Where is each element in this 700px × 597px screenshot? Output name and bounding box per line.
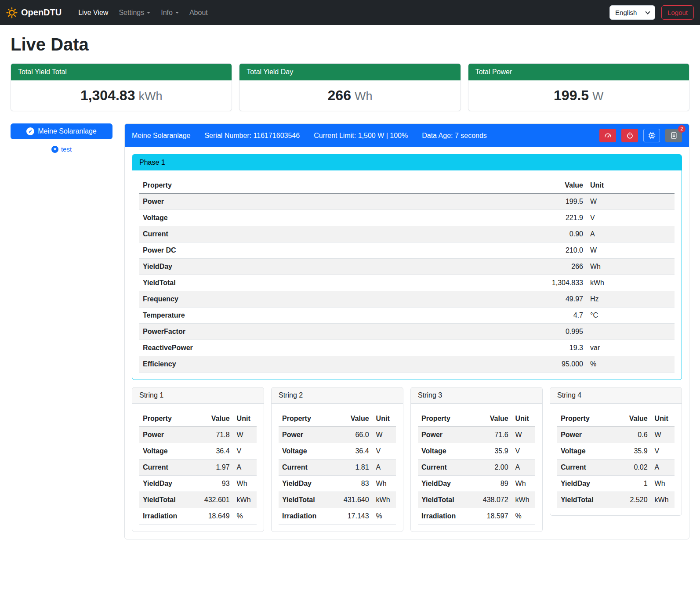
property-cell: Power [418,427,479,443]
column-value: Value [340,411,373,427]
total-yield-day-card: Total Yield Day 266Wh [239,63,461,111]
unit-cell [587,324,675,340]
chevron-down-icon [645,9,650,14]
column-property: Property [139,177,490,194]
total-yield-total-value: 1,304.83 [80,87,135,103]
column-unit: Unit [373,411,396,427]
card-title: Total Power [468,64,689,80]
unit-cell: A [587,226,675,242]
value-cell: 432.601 [200,492,233,508]
inverter-select-button[interactable]: ✓ Meine Solaranlage [11,123,112,139]
table-row: Irradiation18.597% [418,508,535,525]
unit-cell: V [651,443,675,460]
nav-live-view[interactable]: Live View [74,5,112,20]
string-2-table: Property Value Unit Power66.0WVoltage36.… [279,411,396,525]
table-row: Power DC210.0W [139,242,675,259]
string-4-title: String 4 [550,387,682,404]
unit-cell: kWh [233,492,257,508]
table-row: YieldDay266Wh [139,259,675,275]
table-row: Power71.8W [139,427,257,443]
value-cell: 0.6 [618,427,651,443]
string-2-card: String 2 Property Value Unit [271,387,403,532]
language-select[interactable]: English [609,5,655,20]
inverter-test-label: test [61,145,72,153]
inverter-list: ✓ Meine Solaranlage ✕ test [11,123,112,153]
inverter-data-age: Data Age: 7 seconds [422,132,487,140]
property-cell: Current [139,460,200,476]
value-cell: 18.597 [479,508,512,525]
column-property: Property [279,411,340,427]
device-info-button[interactable] [643,129,660,142]
value-cell: 1.81 [340,460,373,476]
column-unit: Unit [587,177,675,194]
selected-inverter-label: Meine Solaranlage [38,127,96,135]
column-property: Property [557,411,618,427]
value-cell: 35.9 [479,443,512,460]
column-unit: Unit [512,411,535,427]
table-row: YieldTotal432.601kWh [139,492,257,508]
table-row: YieldDay93Wh [139,476,257,492]
unit-cell: kWh [373,492,396,508]
table-row: Voltage221.9V [139,210,675,226]
power-button[interactable] [621,129,638,142]
total-power-unit: W [592,90,603,103]
table-row: Power0.6W [557,427,675,443]
table-row: Current1.97A [139,460,257,476]
value-cell: 93 [200,476,233,492]
chevron-down-icon [175,12,179,14]
unit-cell: % [233,508,257,525]
table-row: Current2.00A [418,460,535,476]
value-cell: 438.072 [479,492,512,508]
nav-info[interactable]: Info [156,5,183,20]
value-cell: 1.97 [200,460,233,476]
inverter-serial: Serial Number: 116171603546 [204,132,300,140]
table-row: YieldDay83Wh [279,476,396,492]
string-2-title: String 2 [272,387,403,404]
property-cell: YieldTotal [139,275,490,291]
value-cell: 0.02 [618,460,651,476]
logout-button[interactable]: Logout [661,5,694,20]
property-cell: Irradiation [139,508,200,525]
value-cell: 18.649 [200,508,233,525]
table-row: Efficiency95.000% [139,356,675,373]
phase-1-card: Phase 1 Property Value Unit Power199.5WV… [132,154,682,380]
limit-settings-button[interactable] [599,129,616,142]
unit-cell: °C [587,308,675,324]
inverter-limit: Current Limit: 1,500 W | 100% [314,132,408,140]
table-row: YieldTotal431.640kWh [279,492,396,508]
card-title: Total Yield Day [239,64,460,80]
string-1-card: String 1 Property Value Unit [132,387,264,532]
property-cell: YieldDay [139,476,200,492]
table-row: Irradiation17.143% [279,508,396,525]
top-navbar: OpenDTU Live View Settings Info About En… [0,0,700,25]
column-value: Value [618,411,651,427]
value-cell: 95.000 [490,356,587,373]
event-log-button[interactable]: 2 [665,129,682,142]
table-row: YieldDay1Wh [557,476,675,492]
inverter-actions: 2 [599,129,682,142]
unit-cell: W [373,427,396,443]
column-unit: Unit [233,411,257,427]
unit-cell: W [233,427,257,443]
nav-settings[interactable]: Settings [114,5,155,20]
table-row: Voltage35.9V [418,443,535,460]
table-row: YieldTotal2.520kWh [557,492,675,508]
string-3-card: String 3 Property Value Unit [410,387,543,532]
property-cell: Power [279,427,340,443]
card-title: Total Yield Total [11,64,232,80]
property-cell: Voltage [418,443,479,460]
nav-about[interactable]: About [185,5,212,20]
phase-1-table: Property Value Unit Power199.5WVoltage22… [139,177,675,373]
column-property: Property [418,411,479,427]
table-row: Temperature4.7°C [139,308,675,324]
value-cell: 89 [479,476,512,492]
property-cell: YieldDay [418,476,479,492]
table-row: PowerFactor0.995 [139,324,675,340]
brand-logo[interactable]: OpenDTU [6,7,62,18]
table-row: Power66.0W [279,427,396,443]
unit-cell: Wh [233,476,257,492]
inverter-item-test[interactable]: ✕ test [11,145,112,153]
property-cell: YieldDay [279,476,340,492]
unit-cell: A [651,460,675,476]
total-yield-day-unit: Wh [355,90,373,103]
